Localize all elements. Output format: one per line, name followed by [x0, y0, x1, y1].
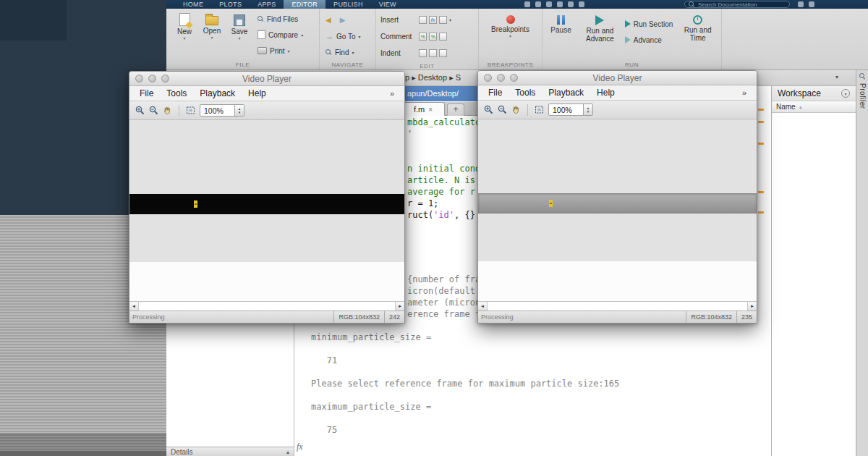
warning-tick[interactable]	[758, 191, 764, 193]
open-button[interactable]: Open ▼	[198, 11, 226, 40]
find-files-button[interactable]: Find Files	[258, 11, 303, 27]
cut-icon[interactable]	[535, 1, 541, 7]
fit-to-window-icon[interactable]	[535, 105, 544, 114]
menu-overflow-icon[interactable]: »	[390, 89, 394, 98]
zoom-out-icon[interactable]	[498, 105, 507, 114]
zoom-button[interactable]	[161, 75, 169, 83]
horizontal-scrollbar[interactable]: ◂ ▸	[478, 301, 757, 311]
collapse-icon[interactable]: ▴	[286, 449, 289, 455]
zoom-in-icon[interactable]	[484, 105, 493, 114]
workspace-column-header[interactable]: Name ▲	[772, 101, 856, 113]
comment-icon[interactable]: %	[419, 33, 427, 41]
advance-button[interactable]: Advance	[625, 33, 673, 47]
tab-view[interactable]: VIEW	[371, 0, 404, 9]
scroll-right-icon[interactable]: ▸	[395, 302, 404, 311]
minimize-button[interactable]	[148, 75, 156, 83]
smart-indent-icon[interactable]	[419, 49, 427, 57]
zoom-button[interactable]	[510, 74, 518, 82]
workspace-menu-icon[interactable]: ▾	[841, 89, 850, 98]
titlebar[interactable]: Video Player	[478, 71, 757, 85]
profiler-tab[interactable]: Profiler	[859, 83, 867, 109]
path-suggestion[interactable]: apun/Desktop/	[405, 86, 480, 101]
user-icon[interactable]	[809, 1, 814, 7]
comment-block-icon[interactable]: %	[429, 33, 437, 41]
zoom-in-icon[interactable]	[135, 106, 145, 115]
find-button[interactable]: Find ▾	[326, 44, 354, 60]
save-quick-icon[interactable]	[524, 1, 530, 7]
forward-arrow-icon[interactable]: ▶	[340, 16, 346, 24]
menu-file[interactable]: File	[488, 88, 502, 98]
breakpoints-button[interactable]: Breakpoints ▼	[485, 11, 536, 38]
pan-hand-icon[interactable]	[511, 105, 521, 114]
go-to-button[interactable]: → Go To ▾	[326, 28, 361, 44]
menu-playback[interactable]: Playback	[548, 88, 584, 98]
warning-tick[interactable]	[758, 109, 764, 111]
search-documentation-box[interactable]: Search Documentation	[684, 1, 790, 8]
warning-tick[interactable]	[758, 121, 764, 123]
run-and-advance-button[interactable]: Run and Advance	[581, 11, 619, 43]
panel-menu-icon[interactable]: ▾	[835, 74, 838, 80]
new-button[interactable]: New ▼	[171, 11, 198, 41]
close-button[interactable]	[484, 74, 492, 82]
scroll-left-icon[interactable]: ◂	[478, 302, 488, 311]
back-arrow-icon[interactable]: ◀	[326, 16, 331, 24]
redo-icon[interactable]	[579, 1, 584, 7]
fit-to-window-icon[interactable]	[186, 106, 195, 115]
workspace-header[interactable]: Workspace ▾	[772, 86, 856, 101]
titlebar[interactable]: Video Player	[129, 72, 404, 86]
scroll-left-icon[interactable]: ◂	[129, 302, 139, 311]
video-display-area[interactable]	[478, 119, 757, 261]
menu-tools[interactable]: Tools	[515, 88, 535, 98]
search-placeholder: Search Documentation	[698, 1, 757, 8]
save-button[interactable]: Save ▼	[226, 11, 253, 41]
fx-prompt: fx	[297, 442, 303, 452]
tab-apps[interactable]: APPS	[250, 0, 284, 9]
scroll-right-icon[interactable]: ▸	[747, 302, 757, 311]
menu-tools[interactable]: Tools	[166, 88, 187, 98]
uncomment-icon[interactable]	[439, 33, 447, 41]
menu-playback[interactable]: Playback	[200, 88, 235, 98]
indent-left-icon[interactable]	[439, 49, 447, 57]
warning-tick[interactable]	[758, 211, 764, 214]
panel-search-icon[interactable]	[859, 73, 866, 80]
new-tab-button[interactable]: +	[447, 104, 464, 116]
video-display-area[interactable]	[129, 120, 404, 262]
run-and-time-button[interactable]: Run and Time	[678, 11, 717, 42]
copy-icon[interactable]	[546, 1, 552, 7]
scrollbar-track[interactable]	[139, 302, 395, 311]
insert-function-icon[interactable]: fx	[429, 16, 437, 24]
menu-help[interactable]: Help	[597, 88, 615, 98]
pan-hand-icon[interactable]	[163, 106, 172, 115]
insert-block-icon[interactable]	[439, 16, 447, 24]
horizontal-scrollbar[interactable]: ◂ ▸	[129, 301, 404, 311]
menu-overflow-icon[interactable]: »	[742, 88, 746, 97]
tab-plots[interactable]: PLOTS	[211, 0, 250, 9]
tab-home[interactable]: HOME	[175, 0, 211, 9]
editor-tab[interactable]: f.m ×	[401, 102, 445, 116]
tab-editor[interactable]: EDITOR	[284, 0, 326, 9]
help-icon[interactable]	[798, 1, 804, 7]
stepper-icon[interactable]: ▴▾	[234, 105, 244, 116]
compare-button[interactable]: Compare ▾	[258, 27, 303, 43]
zoom-level-combobox[interactable]: 100% ▴▾	[200, 104, 244, 117]
run-section-button[interactable]: Run Section	[625, 17, 673, 31]
paste-icon[interactable]	[557, 1, 563, 7]
stepper-icon[interactable]: ▴▾	[583, 104, 592, 115]
insert-section-icon[interactable]	[419, 16, 427, 24]
details-bar[interactable]: Details ▴	[166, 447, 294, 456]
close-button[interactable]	[135, 75, 143, 83]
minimize-button[interactable]	[497, 74, 505, 82]
zoom-out-icon[interactable]	[149, 106, 158, 115]
scrollbar-track[interactable]	[488, 302, 747, 311]
zoom-level-combobox[interactable]: 100% ▴▾	[548, 104, 593, 116]
indent-right-icon[interactable]	[429, 49, 437, 57]
menu-file[interactable]: File	[140, 88, 153, 98]
undo-icon[interactable]	[568, 1, 574, 7]
breadcrumb[interactable]: p ▸ Desktop ▸ S	[405, 73, 461, 83]
close-tab-icon[interactable]: ×	[428, 106, 433, 114]
menu-help[interactable]: Help	[248, 88, 266, 98]
warning-tick[interactable]	[758, 143, 764, 145]
print-button[interactable]: Print ▾	[258, 43, 303, 59]
pause-button[interactable]: Pause	[547, 11, 575, 34]
tab-publish[interactable]: PUBLISH	[326, 0, 371, 9]
